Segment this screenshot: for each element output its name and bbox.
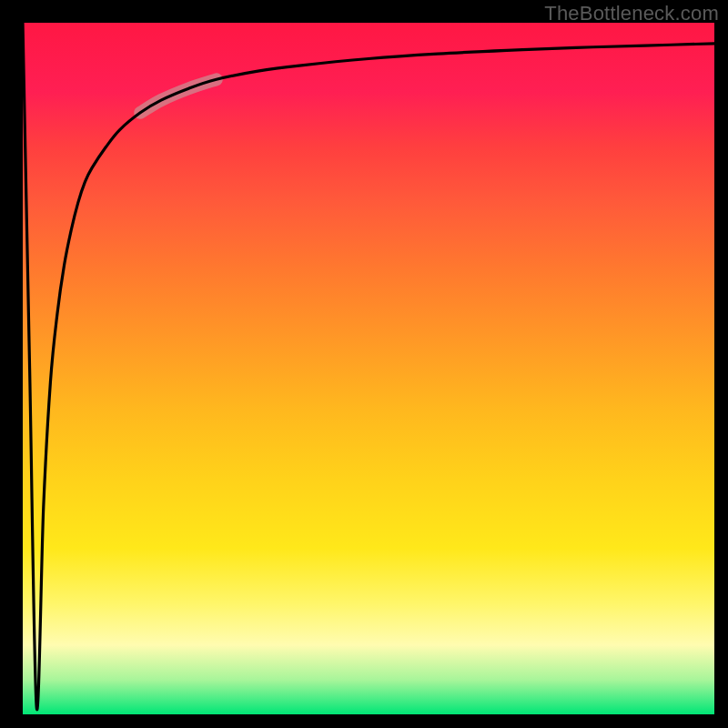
curve-highlight xyxy=(140,79,217,112)
curve-layer xyxy=(23,23,714,714)
chart-frame: TheBottleneck.com xyxy=(0,0,728,728)
bottleneck-curve xyxy=(23,23,714,710)
plot-area xyxy=(23,23,714,714)
